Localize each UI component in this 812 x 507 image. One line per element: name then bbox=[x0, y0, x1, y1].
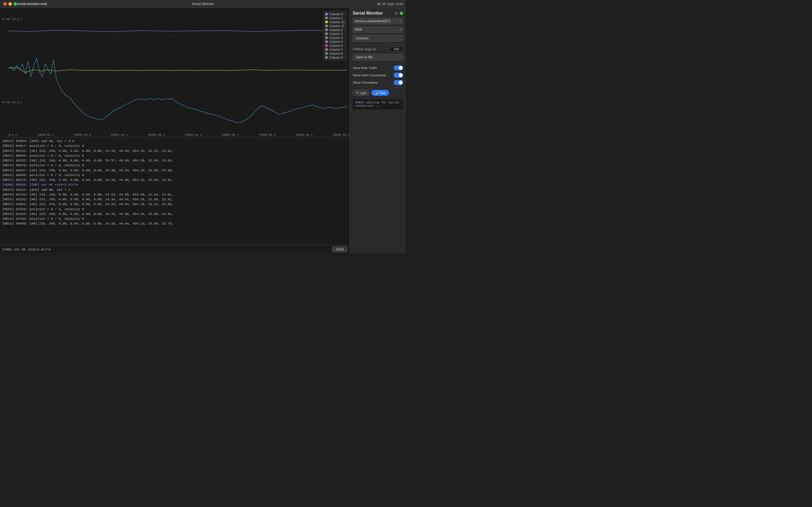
legend-color-dot bbox=[325, 24, 328, 27]
legend-color-dot bbox=[325, 20, 328, 23]
theme-dark-button[interactable]: 🌙 Dark bbox=[371, 90, 389, 96]
show-timestamp-label: Show Timestamp bbox=[353, 81, 377, 84]
save-raw-traffic-row: Save Raw Traffic bbox=[353, 65, 403, 70]
legend-item[interactable]: Column 10 bbox=[325, 20, 345, 24]
legend-color-dot bbox=[325, 17, 328, 19]
toggle-knob-2 bbox=[399, 73, 403, 77]
show-sent-commands-row: Show Sent Commands bbox=[353, 73, 403, 78]
menu-bar-right: Mi. 28. Sept. 14:25 bbox=[377, 2, 403, 6]
toggle-knob bbox=[399, 66, 403, 70]
maximize-button[interactable] bbox=[13, 2, 17, 6]
show-timestamp-toggle[interactable] bbox=[394, 80, 403, 85]
divider-3 bbox=[353, 87, 403, 88]
terminal-line: [RECV] 86044: position = 0 / 0, velocity… bbox=[2, 153, 347, 158]
baud-row: 9600 115200 57600 38400 19200 4800 bbox=[353, 26, 403, 33]
x-label-3: 30000.00 s bbox=[111, 133, 128, 136]
legend-item[interactable]: Column 2 bbox=[325, 28, 345, 32]
terminal-line: [RECV] 94239: position = 0 / 0, velocity… bbox=[2, 207, 347, 212]
legend-label: Column 1 bbox=[329, 16, 343, 20]
traffic-lights bbox=[3, 2, 17, 6]
x-label-7: 70000.00 s bbox=[259, 133, 276, 136]
legend-color-dot bbox=[325, 48, 328, 51]
theme-row: ☀ Light 🌙 Dark bbox=[353, 90, 403, 96]
save-raw-traffic-label: Save Raw Traffic bbox=[353, 66, 377, 69]
port-dropdown-wrapper: /dev/cu.usbmodem0071 bbox=[353, 18, 403, 24]
legend-color-dot bbox=[325, 33, 328, 35]
legend-label: Column 2 bbox=[329, 28, 343, 32]
terminal-line: [SEND] 90638: [CMD] set hk rate=2.0\r\n bbox=[2, 182, 347, 187]
legend-item[interactable]: Column 3 bbox=[325, 32, 345, 36]
terminal-line: [RECV] 90096: position = 0 / 0, velocity… bbox=[2, 173, 347, 177]
terminal-line: [RECV] 92703: [HK] 233, 249, 0.00, 0.00,… bbox=[2, 192, 347, 197]
terminal-line: [RECV] 82094: [ACK] cmd OK, val = 0.5 bbox=[2, 138, 347, 144]
x-label-1: 10000.00 s bbox=[37, 133, 54, 136]
baud-dropdown[interactable]: 9600 115200 57600 38400 19200 4800 bbox=[353, 26, 403, 33]
terminal-line: [RECV] 86162: [HK] 233, 249, 0.00, 0.00,… bbox=[2, 158, 347, 163]
divider-1 bbox=[353, 44, 403, 44]
terminal-line: [RECV] 94354: [HK] 233, 249, 0.00, 0.00,… bbox=[2, 212, 347, 216]
legend-item[interactable]: Column 6 bbox=[325, 44, 345, 47]
port-dropdown[interactable]: /dev/cu.usbmodem0071 bbox=[353, 18, 403, 24]
legend-label: Column 9 bbox=[329, 56, 343, 59]
refresh-icon[interactable]: ↻ bbox=[395, 11, 398, 15]
send-button[interactable]: Send bbox=[332, 246, 347, 252]
close-button[interactable] bbox=[3, 2, 7, 6]
msg-label: [MSG] bbox=[355, 101, 364, 104]
legend-label: Column 0 bbox=[329, 12, 343, 16]
titlebar: serial-monitor-rust Serial Monitor Mi. 2… bbox=[0, 0, 406, 8]
legend-color-dot bbox=[325, 36, 328, 39]
chart-legend: Column 0Column 1Column 10Column 11Column… bbox=[323, 11, 347, 61]
sidebar-title: Serial Monitor bbox=[353, 11, 383, 16]
port-row: /dev/cu.usbmodem0071 bbox=[353, 18, 403, 24]
terminal-line: [RECV] 93802: [HK] 233, 249, 0.00, 0.00,… bbox=[2, 202, 347, 207]
terminal-area[interactable]: [RECV] 82094: [ACK] cmd OK, val = 0.5[RE… bbox=[0, 137, 350, 245]
legend-color-dot bbox=[325, 40, 328, 43]
theme-light-button[interactable]: ☀ Light bbox=[353, 90, 370, 96]
legend-item[interactable]: Column 4 bbox=[325, 36, 345, 40]
terminal-line: [RECV] 88187: [HK] 233, 249, 0.00, 0.00,… bbox=[2, 168, 347, 173]
terminal-line: [RECV] 94880: [HK] 233, 249, 0.00, 0.00,… bbox=[2, 221, 347, 226]
legend-label: Column 4 bbox=[329, 36, 343, 40]
x-label-6: 60000.00 s bbox=[222, 133, 239, 136]
show-sent-commands-label: Show Sent Commands bbox=[353, 73, 386, 77]
legend-item[interactable]: Column 7 bbox=[325, 48, 345, 51]
save-raw-traffic-toggle[interactable] bbox=[394, 65, 403, 70]
x-label-8: 80000.00 s bbox=[296, 133, 313, 136]
terminal-line: [RECV] 92154: [ACK] cmd OK, val = 2 bbox=[2, 187, 347, 192]
terminal-line: [RECV] 90215: [HK] 233, 249, 0.00, 0.00,… bbox=[2, 177, 347, 182]
legend-color-dot bbox=[325, 44, 328, 47]
minimize-button[interactable] bbox=[8, 2, 12, 6]
column10-line bbox=[8, 68, 347, 72]
connect-button[interactable]: Connect bbox=[353, 35, 403, 42]
legend-color-dot bbox=[325, 13, 328, 15]
legend-label: Column 7 bbox=[329, 48, 343, 51]
legend-item[interactable]: Column 8 bbox=[325, 52, 345, 55]
legend-item[interactable]: Column 0 bbox=[325, 12, 345, 16]
legend-label: Column 10 bbox=[329, 20, 345, 24]
x-axis: 0.0 s 10000.00 s 20000.00 s 30000.00 s 4… bbox=[8, 133, 350, 136]
save-to-file-button[interactable]: Save to file bbox=[353, 54, 403, 61]
divider-2 bbox=[353, 63, 403, 63]
cmd-input-row: Send bbox=[0, 245, 350, 253]
moon-icon: 🌙 bbox=[374, 91, 378, 95]
baud-dropdown-wrapper: 9600 115200 57600 38400 19200 4800 bbox=[353, 26, 403, 33]
cmd-input[interactable] bbox=[2, 247, 331, 251]
terminal-line: [RECV] 88070: position = 0 / 0, velocity… bbox=[2, 163, 347, 168]
chart-area: 24.00 [a.u.] 23.00 [a.u.] 0.0 s bbox=[0, 8, 350, 137]
plotting-range-input[interactable] bbox=[390, 47, 403, 52]
terminal-line: [RECV] 93252: [HK] 233, 249, 0.00, 0.00,… bbox=[2, 197, 347, 202]
legend-item[interactable]: Column 9 bbox=[325, 56, 345, 59]
msg-box: [MSG] waiting for serial connection.., bbox=[353, 99, 403, 109]
theme-light-label: Light bbox=[360, 91, 366, 95]
legend-item[interactable]: Column 5 bbox=[325, 40, 345, 43]
legend-item[interactable]: Column 11 bbox=[325, 24, 345, 27]
x-label-4: 40000.00 s bbox=[148, 133, 165, 136]
legend-label: Column 8 bbox=[329, 52, 343, 55]
show-sent-commands-toggle[interactable] bbox=[394, 73, 403, 78]
clock: Mi. 28. Sept. 14:25 bbox=[377, 2, 403, 6]
legend-item[interactable]: Column 1 bbox=[325, 16, 345, 20]
legend-color-dot bbox=[325, 56, 328, 59]
left-panel: 24.00 [a.u.] 23.00 [a.u.] 0.0 s bbox=[0, 8, 350, 253]
connection-status-dot bbox=[400, 11, 403, 15]
legend-color-dot bbox=[325, 52, 328, 55]
